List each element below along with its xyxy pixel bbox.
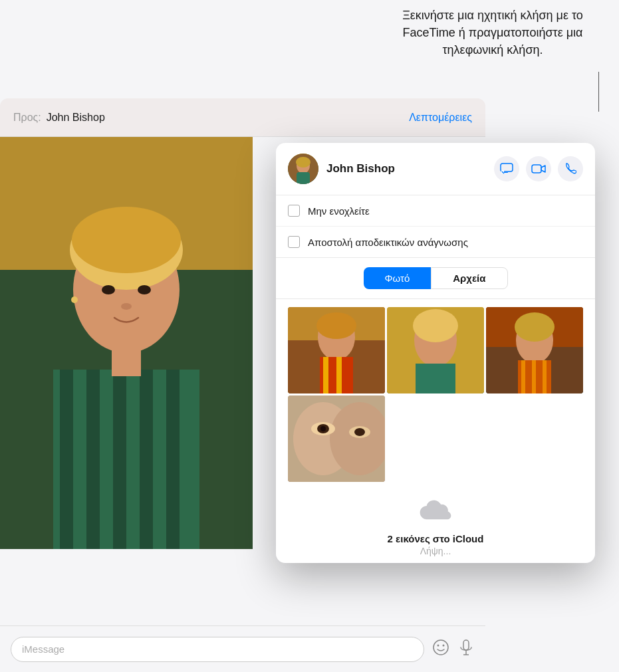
icloud-count-text: 2 εικόνες στο iCloud: [388, 533, 484, 544]
photo-4-svg: [288, 395, 385, 482]
annotation-line: [598, 72, 599, 112]
photo-1-svg: [288, 307, 385, 393]
annotation-text: Ξεκινήστε μια ηχητική κλήση με το FaceTi…: [386, 7, 599, 58]
svg-rect-6: [113, 370, 126, 549]
svg-rect-35: [416, 364, 455, 393]
svg-point-53: [437, 644, 439, 646]
photo-cell-3[interactable]: [486, 307, 583, 393]
svg-rect-55: [463, 640, 469, 650]
svg-point-28: [316, 312, 356, 339]
svg-point-34: [413, 309, 458, 342]
photo-grid: [276, 299, 595, 490]
svg-rect-5: [86, 370, 100, 549]
svg-rect-41: [521, 360, 525, 393]
details-link[interactable]: Λεπτομέρειες: [409, 112, 472, 124]
message-action-button[interactable]: [494, 156, 519, 181]
svg-rect-30: [323, 357, 328, 393]
read-receipts-checkbox[interactable]: [288, 236, 300, 248]
facetime-action-button[interactable]: [526, 156, 551, 181]
files-tab[interactable]: Αρχεία: [431, 267, 507, 289]
popup-contact-name: John Bishop: [326, 162, 494, 175]
photo-cell-1[interactable]: [288, 307, 385, 393]
cloud-icon: [419, 499, 452, 523]
svg-rect-16: [112, 343, 141, 376]
do-not-disturb-label: Μην ενοχλείτε: [308, 205, 370, 217]
emoji-icon: [432, 639, 449, 656]
message-placeholder: iMessage: [22, 643, 64, 655]
phone-icon: [564, 163, 576, 175]
svg-rect-24: [532, 165, 541, 173]
svg-rect-4: [60, 370, 73, 549]
photo-cell-4[interactable]: [288, 395, 385, 482]
background-photo: [0, 137, 253, 549]
photo-3-svg: [486, 307, 583, 393]
svg-rect-7: [140, 370, 153, 549]
to-label: Προς:: [13, 112, 41, 124]
svg-point-13: [138, 285, 151, 294]
facetime-icon: [531, 164, 546, 174]
audio-button[interactable]: [457, 639, 475, 660]
svg-point-12: [102, 285, 115, 294]
svg-rect-31: [336, 357, 342, 393]
icloud-icon: [419, 499, 452, 529]
icloud-section: 2 εικόνες στο iCloud Λήψη...: [276, 490, 595, 563]
header-contact-name: John Bishop: [47, 112, 105, 124]
svg-point-49: [320, 426, 326, 431]
svg-point-19: [296, 157, 310, 168]
phone-action-button[interactable]: [558, 156, 583, 181]
svg-rect-8: [166, 370, 180, 549]
checkbox-section: Μην ενοχλείτε Αποστολή αποδεικτικών ανάγ…: [276, 195, 595, 258]
popup-contact-header: John Bishop: [276, 143, 595, 195]
svg-point-52: [433, 640, 448, 655]
svg-point-14: [121, 303, 132, 310]
photos-tab[interactable]: Φωτό: [364, 267, 432, 289]
messages-header: Προς: John Bishop Λεπτομέρειες: [0, 98, 485, 137]
svg-point-39: [515, 312, 555, 342]
background-photo-svg: [0, 137, 253, 549]
message-icon: [500, 163, 513, 175]
emoji-button[interactable]: [432, 639, 449, 660]
svg-rect-42: [532, 360, 536, 393]
read-receipts-row[interactable]: Αποστολή αποδεικτικών ανάγνωσης: [276, 227, 595, 257]
svg-point-54: [443, 644, 445, 646]
contact-avatar-inner: [288, 154, 318, 184]
message-input-field[interactable]: iMessage: [11, 637, 424, 662]
message-input-bar: iMessage: [0, 625, 485, 672]
audio-icon: [457, 639, 475, 656]
popup-action-buttons: [494, 156, 583, 181]
popup-card: John Bishop: [276, 143, 595, 563]
tabs-section: Φωτό Αρχεία: [276, 258, 595, 299]
do-not-disturb-row[interactable]: Μην ενοχλείτε: [276, 195, 595, 227]
svg-point-11: [72, 207, 181, 273]
svg-rect-43: [543, 360, 547, 393]
contact-avatar: [288, 154, 318, 184]
avatar-svg: [288, 154, 318, 184]
icloud-download-label[interactable]: Λήψη...: [420, 546, 451, 556]
do-not-disturb-checkbox[interactable]: [288, 205, 300, 217]
svg-point-15: [71, 296, 78, 303]
read-receipts-label: Αποστολή αποδεικτικών ανάγνωσης: [308, 237, 468, 248]
svg-point-51: [354, 428, 365, 436]
photo-2-svg: [387, 307, 484, 393]
photo-cell-2[interactable]: [387, 307, 484, 393]
svg-rect-20: [297, 172, 310, 184]
background-photo-inner: [0, 137, 253, 549]
